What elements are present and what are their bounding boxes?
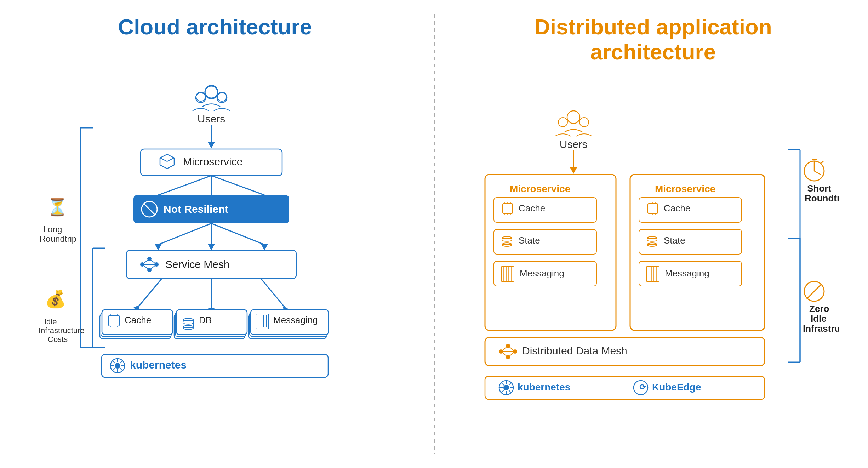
svg-line-45	[261, 279, 286, 308]
main-container: Cloud architecture	[0, 0, 868, 468]
svg-point-74	[115, 363, 120, 369]
svg-text:⟳: ⟳	[639, 383, 646, 392]
svg-line-20	[158, 176, 211, 195]
right-title: Distributed applicationarchitecture	[534, 14, 772, 65]
svg-line-143	[501, 346, 508, 352]
right-state2-label: State	[664, 235, 685, 246]
left-diagram-wrap: Users Microservice	[21, 57, 409, 411]
svg-point-10	[196, 92, 205, 101]
svg-line-168	[807, 284, 822, 299]
right-users-label: Users	[560, 138, 587, 150]
left-db-label: DB	[199, 315, 212, 325]
svg-point-94	[558, 118, 567, 127]
left-panel: Cloud architecture	[21, 14, 423, 454]
svg-point-93	[567, 111, 580, 124]
right-panel: Distributed applicationarchitecture	[445, 14, 847, 454]
svg-line-146	[508, 352, 515, 357]
svg-line-26	[158, 223, 211, 245]
left-users-label: Users	[198, 113, 225, 125]
right-ddm-label: Distributed Data Mesh	[522, 345, 627, 356]
left-idle-label: Idle	[44, 317, 57, 326]
svg-line-156	[509, 390, 511, 393]
svg-line-165	[821, 161, 823, 163]
right-cache1-label: Cache	[519, 203, 545, 213]
svg-text:Idle: Idle	[811, 313, 827, 324]
svg-text:Roundtrip: Roundtrip	[40, 234, 76, 244]
svg-text:Roundtrip: Roundtrip	[805, 193, 839, 204]
left-long-roundtrip-label: Long	[43, 224, 62, 234]
left-title: Cloud architecture	[118, 14, 312, 39]
right-cache2-label: Cache	[664, 203, 690, 213]
svg-text:Infrastructure: Infrastructure	[803, 323, 839, 334]
right-microservice2-label: Microservice	[655, 183, 715, 194]
left-cache-label: Cache	[125, 315, 151, 325]
svg-marker-29	[155, 244, 162, 250]
right-microservice1-label: Microservice	[510, 183, 570, 194]
left-microservice-label: Microservice	[183, 156, 242, 167]
left-not-resilient-label: Not Resilient	[164, 203, 228, 215]
svg-point-11	[217, 92, 227, 101]
svg-text:Infrastructure: Infrastructure	[39, 326, 85, 335]
svg-line-41	[137, 279, 162, 308]
right-diagram-svg: Users Microservice Cache	[467, 82, 839, 436]
svg-text:💰: 💰	[45, 289, 66, 309]
left-messaging-label: Messaging	[273, 315, 318, 325]
svg-text:⏳: ⏳	[47, 197, 68, 217]
svg-marker-13	[208, 142, 215, 148]
panel-divider	[434, 14, 435, 454]
svg-marker-97	[570, 167, 577, 174]
svg-line-155	[501, 383, 504, 385]
left-kubernetes-label: kubernetes	[130, 359, 187, 371]
svg-point-95	[579, 118, 589, 127]
svg-line-158	[501, 390, 504, 393]
right-zero-idle-label: Zero	[809, 303, 829, 314]
left-diagram-svg: Users Microservice	[38, 57, 392, 411]
svg-marker-30	[261, 244, 268, 250]
svg-point-9	[205, 85, 218, 98]
right-messaging1-label: Messaging	[520, 268, 564, 279]
svg-point-150	[503, 385, 509, 390]
right-kubeedge-label: KubeEdge	[652, 382, 701, 393]
svg-line-27	[211, 223, 264, 245]
right-diagram-wrap: Users Microservice Cache	[459, 82, 847, 436]
right-messaging2-label: Messaging	[665, 268, 709, 279]
right-state1-label: State	[519, 235, 540, 246]
right-kubernetes-label: kubernetes	[518, 382, 570, 393]
svg-line-21	[211, 176, 264, 195]
svg-line-144	[501, 352, 508, 357]
svg-marker-28	[208, 244, 215, 250]
svg-line-145	[508, 346, 515, 352]
svg-line-157	[509, 383, 511, 385]
left-service-mesh-label: Service Mesh	[165, 258, 230, 270]
svg-point-6	[205, 86, 218, 99]
right-short-roundtrip-label: Short	[807, 183, 831, 194]
svg-text:Costs: Costs	[48, 335, 68, 344]
svg-line-163	[814, 171, 821, 175]
